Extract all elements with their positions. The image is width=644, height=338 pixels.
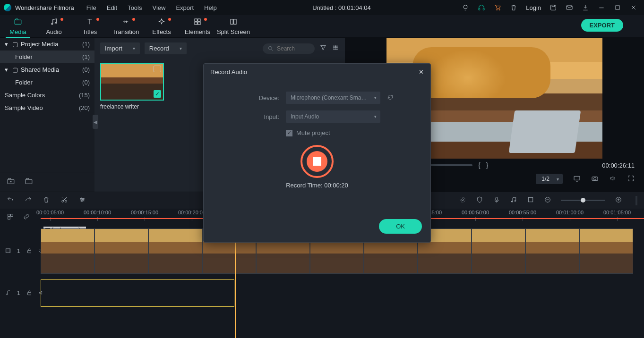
ruler-tick: 00:00:05:00 [36, 210, 64, 215]
track-number: 1 [17, 290, 20, 296]
fit-icon[interactable] [635, 196, 637, 205]
svg-point-4 [499, 9, 500, 10]
thumbnail-image: ✓ [100, 63, 164, 101]
menu-file[interactable]: File [82, 2, 101, 13]
video-clip[interactable] [94, 228, 148, 274]
search-box[interactable] [263, 43, 315, 54]
zoom-handle[interactable] [581, 198, 585, 203]
refresh-icon[interactable] [387, 94, 394, 102]
ruler-tick: 00:01:00:00 [556, 210, 584, 215]
search-input[interactable] [277, 45, 310, 52]
sidebar-item-folder[interactable]: Folder (1) [0, 51, 94, 63]
menu-tools[interactable]: Tools [123, 2, 146, 13]
redo-icon[interactable] [25, 196, 32, 205]
zoom-slider[interactable] [561, 200, 605, 201]
volume-icon[interactable] [609, 175, 617, 184]
video-clip[interactable] [148, 228, 202, 274]
ruler-tick: 00:00:15:00 [131, 210, 158, 215]
menu-help[interactable]: Help [199, 2, 222, 13]
ruler-tick: 00:00:55:00 [509, 210, 536, 215]
mark-in-icon[interactable]: { [478, 161, 481, 169]
delete-icon[interactable] [43, 196, 50, 205]
settings-icon[interactable] [78, 196, 86, 205]
tab-effects[interactable]: Effects [144, 15, 180, 38]
svg-rect-48 [6, 248, 10, 252]
device-select[interactable]: Microphone (Conexant SmartAu▾ [286, 92, 380, 104]
maximize-icon[interactable] [614, 4, 621, 11]
sidebar-group-project-media[interactable]: ▾ ▢ Project Media (1) [0, 38, 94, 51]
crop-icon[interactable] [527, 196, 534, 205]
idea-icon[interactable] [462, 4, 469, 11]
shield-icon[interactable] [476, 196, 483, 205]
video-clip[interactable] [41, 228, 94, 274]
audio-clip[interactable] [41, 279, 234, 307]
ruler-tick: 00:01:05:00 [603, 210, 631, 215]
mic-icon[interactable] [493, 196, 500, 205]
music-icon[interactable] [510, 196, 517, 205]
ruler-used-range-2 [428, 218, 644, 219]
mute-project-checkbox[interactable]: ✓ Mute project [286, 129, 416, 136]
tab-label: Effects [152, 28, 171, 35]
camera-icon[interactable] [591, 175, 599, 184]
tab-titles[interactable]: Titles [72, 15, 108, 38]
link-icon[interactable] [23, 213, 30, 222]
tab-elements[interactable]: Elements [180, 15, 215, 38]
import-dropdown[interactable]: Import▾ [100, 42, 140, 54]
video-clip[interactable] [472, 228, 525, 274]
zoom-in-icon[interactable] [615, 196, 622, 205]
cut-icon[interactable] [60, 196, 68, 205]
device-label: Device: [218, 94, 279, 101]
menu-export[interactable]: Export [171, 2, 198, 13]
fullscreen-icon[interactable] [627, 175, 635, 184]
svg-point-9 [52, 23, 53, 25]
mail-icon[interactable] [566, 4, 573, 11]
tab-audio[interactable]: Audio [36, 15, 72, 38]
menu-view[interactable]: View [147, 2, 170, 13]
svg-point-41 [515, 200, 516, 202]
sidebar-group-shared-media[interactable]: ▾ ▢ Shared Media (0) [0, 63, 94, 76]
menu-edit[interactable]: Edit [102, 2, 122, 13]
grid-view-icon[interactable] [332, 44, 339, 53]
minimize-icon[interactable] [598, 4, 605, 11]
headphones-icon[interactable] [478, 4, 485, 11]
record-dropdown[interactable]: Record▾ [145, 42, 187, 54]
export-button[interactable]: EXPORT [581, 19, 623, 32]
trash-icon[interactable] [510, 4, 517, 11]
svg-point-26 [334, 49, 335, 50]
close-icon[interactable]: ✕ [419, 68, 424, 76]
media-thumbnail[interactable]: ✓ freelance writer [100, 63, 164, 110]
tab-split-screen[interactable]: Split Screen [215, 15, 251, 38]
folder-icon[interactable] [25, 177, 33, 187]
mark-out-icon[interactable]: } [486, 161, 489, 169]
download-icon[interactable] [582, 4, 589, 11]
login-link[interactable]: Login [526, 4, 541, 11]
sidebar-item-sample-colors[interactable]: Sample Colors (15) [0, 89, 94, 101]
tab-media[interactable]: Media [0, 15, 36, 38]
tab-transition[interactable]: Transition [108, 15, 144, 38]
filter-icon[interactable] [319, 44, 327, 53]
audio-clip-row[interactable] [41, 277, 644, 310]
new-folder-icon[interactable] [7, 177, 15, 187]
ok-button[interactable]: OK [379, 219, 422, 234]
lock-icon[interactable] [26, 289, 33, 297]
notification-dot-icon [204, 18, 207, 21]
save-icon[interactable] [550, 4, 557, 11]
record-stop-button[interactable] [301, 145, 334, 178]
close-icon[interactable] [630, 4, 637, 11]
folder-icon [14, 17, 22, 27]
select-mode-icon[interactable] [7, 213, 14, 222]
color-icon[interactable] [459, 196, 466, 205]
monitor-icon[interactable] [573, 175, 581, 184]
zoom-ratio-dropdown[interactable]: 1/2▾ [536, 174, 563, 184]
zoom-out-icon[interactable] [544, 196, 551, 205]
sidebar-item-folder-shared[interactable]: Folder (0) [0, 76, 94, 89]
sidebar-item-sample-video[interactable]: Sample Video (20) [0, 101, 94, 114]
input-select[interactable]: Input Audio▾ [286, 110, 380, 123]
video-clip[interactable] [579, 228, 633, 274]
sidebar-collapse-handle[interactable]: ◀ [93, 115, 98, 129]
svg-rect-12 [198, 19, 200, 21]
lock-icon[interactable] [26, 247, 33, 255]
cart-icon[interactable] [494, 4, 501, 11]
video-clip[interactable] [525, 228, 579, 274]
undo-icon[interactable] [7, 196, 14, 205]
